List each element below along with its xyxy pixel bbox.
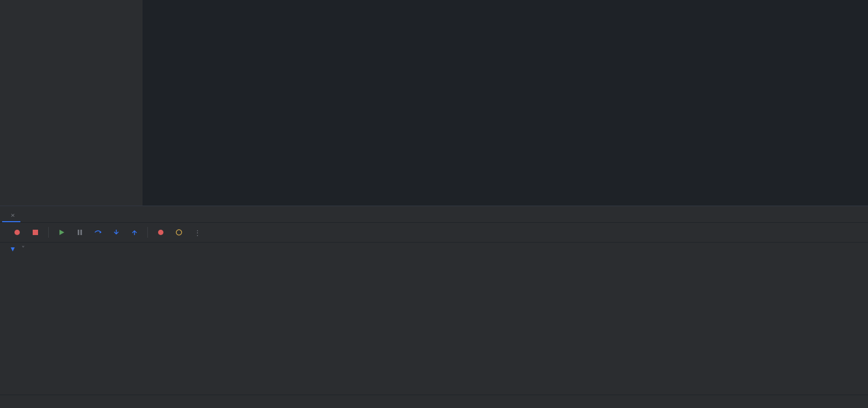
- svg-point-6: [158, 230, 163, 235]
- code-editor[interactable]: [143, 0, 868, 206]
- debug-toolbar: ⋮: [0, 223, 868, 243]
- filter-icon[interactable]: ▼: [11, 245, 15, 253]
- breakpoints-icon[interactable]: [155, 227, 166, 238]
- close-icon[interactable]: ×: [11, 211, 15, 219]
- project-sidebar[interactable]: [0, 0, 143, 206]
- line-gutter: [143, 0, 183, 206]
- more-icon[interactable]: ⋮: [192, 227, 203, 238]
- variables-panel[interactable]: [76, 243, 868, 395]
- bug-icon[interactable]: [12, 227, 23, 238]
- debug-tab[interactable]: ×: [2, 209, 20, 222]
- svg-marker-2: [59, 230, 64, 235]
- step-out-icon[interactable]: [129, 227, 140, 238]
- chevron-down-icon[interactable]: ˅: [21, 245, 25, 253]
- svg-rect-3: [78, 230, 79, 235]
- status-bar: [0, 395, 868, 408]
- stop-icon[interactable]: [30, 227, 41, 238]
- frames-panel[interactable]: ▼ ˅: [0, 243, 76, 395]
- code-area[interactable]: [193, 0, 868, 206]
- step-over-icon[interactable]: [93, 227, 103, 238]
- svg-rect-4: [80, 230, 82, 235]
- svg-point-7: [176, 230, 182, 235]
- step-into-icon[interactable]: [111, 227, 122, 238]
- resume-icon[interactable]: [56, 227, 67, 238]
- debug-tabstrip[interactable]: ×: [0, 206, 868, 223]
- svg-rect-1: [33, 230, 38, 235]
- svg-point-0: [14, 230, 20, 235]
- pause-icon[interactable]: [74, 227, 85, 238]
- mute-breakpoints-icon[interactable]: [174, 227, 184, 238]
- gutter-icons: [183, 0, 193, 206]
